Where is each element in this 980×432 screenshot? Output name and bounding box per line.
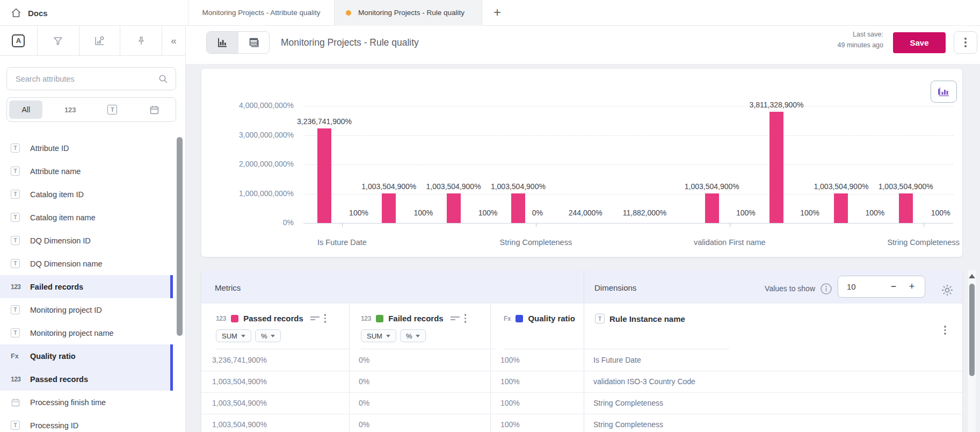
sort-icon[interactable] (451, 316, 460, 320)
passed-records-bar[interactable] (447, 193, 461, 223)
chart-type-button[interactable] (931, 81, 957, 103)
sidebar-item-catalog-item-id[interactable]: TCatalog item ID (0, 183, 173, 206)
save-button[interactable]: Save (893, 32, 946, 53)
x-axis-category-label: Is Future Date (317, 238, 367, 247)
sidebar-toolbar: A « (0, 26, 185, 56)
table-row[interactable]: 1,003,504,900%0%100%String Completeness (201, 393, 962, 414)
vertical-scrollbar[interactable] (967, 270, 976, 432)
rule-name-cell: validation ISO-3 Country Code (593, 371, 695, 392)
home-icon (11, 8, 21, 18)
number-icon-cell: 123 (11, 376, 25, 383)
search-placeholder: Search attributes (16, 75, 158, 83)
gear-icon[interactable] (940, 283, 954, 297)
tab-rule-quality-label: Monitoring Projects - Rule quality (358, 9, 464, 17)
text-icon-cell: T (11, 236, 25, 245)
collapse-sidebar-button[interactable]: « (162, 26, 185, 55)
tab-attributes[interactable]: A (0, 26, 38, 55)
scrollbar-thumb[interactable] (969, 284, 975, 376)
chevron-down-icon (271, 335, 275, 337)
attribute-list: TAttribute IDTAttribute nameTCatalog ite… (0, 136, 173, 432)
agg-chip-sum[interactable]: SUM (216, 329, 251, 342)
y-axis-tick-label: 4,000,000,000% (202, 101, 294, 110)
sidebar-item-passed-records[interactable]: 123Passed records (0, 368, 173, 391)
filter-text[interactable]: T (91, 98, 134, 121)
column-header-rule-instance-name[interactable]: TRule Instance name (595, 304, 729, 349)
tab-chart-settings[interactable] (79, 26, 121, 55)
sidebar-item-attribute-id[interactable]: TAttribute ID (0, 136, 173, 160)
table-row[interactable]: 1,003,504,900%0%100%validation ISO-3 Cou… (201, 371, 962, 393)
sidebar-scrollbar[interactable] (177, 137, 183, 336)
sidebar-item-label: Catalog item ID (30, 190, 84, 199)
number-attribute-icon: 123 (11, 283, 21, 291)
text-icon-cell: T (11, 190, 25, 199)
attribute-type-filter: All 123 T (6, 97, 176, 122)
sidebar-item-dq-dimension-id[interactable]: TDQ Dimension ID (0, 229, 173, 252)
info-icon[interactable] (820, 283, 832, 295)
chart-card (201, 69, 962, 257)
passed-records-bar[interactable] (770, 112, 783, 223)
tab-filters[interactable] (38, 26, 79, 55)
filter-numeric[interactable]: 123 (49, 98, 92, 121)
scroll-up-arrow-icon[interactable] (969, 274, 975, 278)
formula-attribute-icon: Fx (11, 352, 19, 360)
page-menu-button[interactable] (954, 31, 977, 54)
text-attribute-icon: T (11, 305, 20, 314)
passed-records-bar[interactable] (511, 193, 525, 223)
filter-all[interactable]: All (7, 98, 49, 121)
column-menu-icon[interactable] (324, 314, 326, 323)
agg-chip-%[interactable]: % (255, 329, 281, 342)
sidebar-item-label: Attribute name (30, 167, 81, 176)
tab-pinned[interactable] (120, 26, 162, 55)
filter-date[interactable] (134, 98, 176, 121)
text-icon-cell: T (11, 328, 25, 337)
passed-records-bar[interactable] (834, 193, 848, 223)
sidebar-item-quality-ratio[interactable]: FxQuality ratio (0, 344, 173, 368)
passed-records-bar[interactable] (705, 193, 719, 223)
table-row[interactable]: 3,236,741,900%0%100%Is Future Date (201, 350, 962, 371)
x-axis-tick (342, 223, 343, 227)
floor-value-label: 100% (800, 208, 819, 217)
chart-settings-icon (93, 35, 105, 47)
sidebar-item-failed-records[interactable]: 123Failed records (0, 275, 173, 298)
sidebar-item-processing-id[interactable]: TProcessing ID (0, 414, 173, 432)
app-brand[interactable]: Docs (11, 0, 48, 26)
increment-button[interactable]: + (904, 276, 920, 297)
column-header-passed-records[interactable]: 123Passed recordsSUM% (216, 304, 350, 349)
values-to-show-stepper: 10 − + (838, 276, 925, 298)
tab-rule-quality[interactable]: Monitoring Projects - Rule quality (334, 0, 482, 26)
column-menu-icon[interactable] (464, 314, 467, 323)
bar-value-label: 3,811,328,900% (750, 100, 804, 109)
passed-cell: 3,236,741,900% (212, 350, 267, 371)
sidebar-item-dq-dimension-name[interactable]: TDQ Dimension name (0, 252, 173, 275)
new-tab-button[interactable]: + (486, 0, 509, 26)
agg-chip-sum[interactable]: SUM (361, 329, 396, 342)
table-row[interactable]: 1,003,504,900%0%100%String Completeness (201, 414, 962, 432)
last-save-value: 49 minutes ago (822, 40, 883, 51)
column-header-failed-records[interactable]: 123Failed recordsSUM% (361, 304, 495, 349)
filter-all-pill: All (9, 100, 42, 119)
passed-cell: 1,003,504,900% (212, 393, 267, 414)
passed-records-bar[interactable] (899, 193, 913, 223)
dimension-column-menu-icon[interactable] (944, 326, 946, 335)
table-view-button[interactable] (238, 32, 270, 53)
pin-icon (136, 35, 147, 46)
sidebar-item-attribute-name[interactable]: TAttribute name (0, 160, 173, 183)
sidebar-item-processing-finish-time[interactable]: Processing finish time (0, 391, 173, 414)
values-to-show-input[interactable]: 10 (847, 276, 856, 297)
decrement-button[interactable]: − (885, 276, 902, 297)
bar-value-label: 1,003,504,900% (685, 182, 739, 191)
passed-records-bar[interactable] (317, 128, 331, 223)
sidebar-item-monitoring-project-name[interactable]: TMonitoring project name (0, 321, 173, 344)
quality-cell: 100% (500, 414, 520, 432)
search-attributes-input[interactable]: Search attributes (6, 67, 176, 90)
sidebar-item-label: Monitoring project ID (30, 306, 102, 314)
passed-records-bar[interactable] (382, 193, 396, 223)
agg-chip-%[interactable]: % (400, 329, 426, 342)
chart-view-button[interactable] (207, 32, 238, 53)
tab-attribute-quality[interactable]: Monitoring Projects - Attribute quality (188, 0, 334, 26)
sidebar-item-monitoring-project-id[interactable]: TMonitoring project ID (0, 298, 173, 321)
quality-cell: 100% (500, 393, 520, 414)
metrics-section-label: Metrics (215, 283, 241, 292)
sort-icon[interactable] (310, 316, 320, 320)
sidebar-item-catalog-item-name[interactable]: TCatalog item name (0, 206, 173, 229)
